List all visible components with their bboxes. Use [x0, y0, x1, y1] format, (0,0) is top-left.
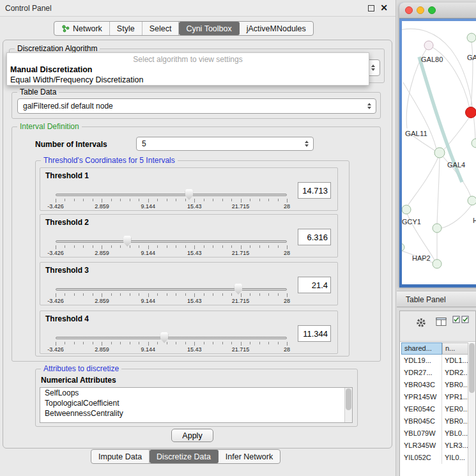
apply-button[interactable]: Apply [171, 429, 213, 442]
tab-cyni-toolbox[interactable]: Cyni Toolbox [179, 22, 239, 35]
column-header-shared-name[interactable]: shared... [401, 342, 442, 355]
zoom-traffic-icon[interactable] [428, 6, 436, 14]
network-window-titlebar[interactable] [399, 3, 476, 19]
table-data-value: galFiltered.sif default node [23, 102, 113, 111]
threshold-1-slider[interactable]: -3.4262.8599.14415.4321.71528 [56, 188, 287, 210]
table-row[interactable]: YLR345WYLR3... [401, 440, 468, 452]
table-cell: YBR0... [442, 415, 468, 427]
cyni-bottom-tabs: Impute Data Discretize Data Infer Networ… [91, 449, 280, 464]
table-header-row: shared... n... [401, 342, 470, 355]
algorithm-placeholder-option[interactable]: Select algorithm to view settings [7, 54, 369, 65]
tab-infer-network[interactable]: Infer Network [219, 450, 280, 463]
table-row[interactable]: YPR145WYPR1... [401, 391, 468, 403]
threshold-3-value-field[interactable] [298, 277, 331, 293]
tab-label: Cyni Toolbox [186, 24, 231, 33]
threshold-4-value-field[interactable] [298, 325, 331, 342]
node-right-edge[interactable] [472, 139, 476, 148]
threshold-1-box: Threshold 1 -3.4262.8599.14415.4321.7152… [40, 167, 338, 211]
threshold-3-box: Threshold 3 -3.4262.8599.14415.4321.7152… [40, 262, 338, 305]
tab-label: Discretize Data [157, 452, 211, 461]
group-title: Threshold's Coordinates for 5 Intervals [41, 156, 178, 165]
table-cell: YBR0... [442, 379, 468, 391]
node-label-gcy1: GCY1 [402, 218, 421, 226]
unselect-all-checkbox-icon[interactable] [461, 316, 469, 323]
scrollbar-thumb[interactable] [346, 388, 351, 410]
table-scrollbar[interactable] [468, 342, 475, 476]
slider-scale-labels: -3.4262.8599.14415.4321.71528 [56, 346, 287, 353]
tab-network[interactable]: Network [54, 22, 110, 35]
select-all-checkbox-icon[interactable] [452, 316, 460, 323]
table-row[interactable]: YDL19...YDL1... [401, 355, 468, 367]
network-nodes [402, 33, 476, 268]
minimize-traffic-icon[interactable] [417, 6, 424, 14]
tab-label: Select [150, 24, 172, 33]
tab-label: Infer Network [226, 452, 273, 461]
table-row[interactable]: YIL052CYIL0... [401, 452, 468, 464]
table-data-combobox[interactable]: galFiltered.sif default node [17, 98, 376, 114]
tab-label: Impute Data [98, 452, 142, 461]
algorithm-option-manual[interactable]: Manual Discretization [7, 65, 369, 75]
attribute-list-item[interactable]: SelfLoops [40, 388, 352, 398]
control-panel-tabs: Network Style Select Cyni Toolbox jActiv… [54, 21, 314, 36]
node-mid-lower[interactable] [433, 224, 441, 233]
table-toolbar [400, 311, 475, 342]
attribute-list-item[interactable]: BetweennessCentrality [40, 408, 352, 418]
list-scrollbar[interactable] [344, 388, 352, 422]
column-header-name[interactable]: n... [442, 342, 470, 355]
control-panel: Control Panel ✕ Network Style Select [0, 0, 396, 476]
tab-style[interactable]: Style [110, 22, 142, 35]
threshold-2-slider[interactable]: -3.4262.8599.14415.4321.71528 [56, 235, 287, 257]
network-canvas[interactable]: GAL80 GA GAL11 GAL4 GCY1 HAP2 H [402, 21, 476, 284]
num-intervals-value: 5 [142, 139, 146, 148]
table-cell: YLR345W [401, 440, 442, 452]
threshold-1-value-field[interactable] [298, 182, 331, 199]
slider-track [56, 240, 287, 243]
node-lower-right[interactable] [468, 196, 476, 205]
num-intervals-label: Number of Intervals [35, 140, 107, 149]
node-gal80[interactable] [424, 41, 433, 50]
close-icon[interactable]: ✕ [380, 3, 388, 13]
control-panel-titlebar: Control Panel ✕ [0, 0, 395, 17]
group-title: Attributes to discretize [41, 364, 121, 373]
node-left-edge[interactable] [402, 243, 404, 251]
numerical-attributes-list[interactable]: SelfLoopsTopologicalCoefficientBetweenne… [40, 387, 353, 423]
slider-track [56, 288, 287, 291]
table-cell: YLR3... [442, 440, 468, 452]
node-selected-red[interactable] [466, 107, 476, 118]
node-top-right[interactable] [467, 33, 476, 42]
scrollbar-thumb[interactable] [469, 343, 475, 393]
table-cell: YIL052C [401, 452, 442, 464]
table-row[interactable]: YDR27...YDR2... [401, 367, 468, 379]
tab-label: Network [73, 24, 102, 33]
threshold-3-slider[interactable]: -3.4262.8599.14415.4321.71528 [56, 283, 287, 305]
threshold-label: Threshold 2 [45, 218, 89, 227]
table-cell: YBL079W [401, 427, 442, 440]
table-row[interactable]: YER054CYER0... [401, 403, 468, 415]
tab-jactivemodules[interactable]: jActiveMNodules [240, 22, 313, 35]
node-hap2[interactable] [433, 259, 441, 268]
table-settings-gear-icon[interactable] [415, 317, 427, 328]
tab-select[interactable]: Select [142, 22, 180, 35]
slider-ticks [56, 199, 287, 203]
node-table-body: YDL19...YDL1...YDR27...YDR2...YBR043CYBR… [401, 355, 468, 476]
num-intervals-combobox[interactable]: 5 [136, 137, 314, 151]
tab-discretize-data[interactable]: Discretize Data [150, 450, 219, 463]
node-gcy1[interactable] [402, 205, 411, 214]
table-row[interactable]: YBL079WYBL0... [401, 427, 468, 440]
threshold-2-value-field[interactable] [298, 229, 331, 245]
table-row[interactable]: YBR045CYBR0... [401, 415, 468, 427]
threshold-4-slider[interactable]: -3.4262.8599.14415.4321.71528 [56, 332, 287, 353]
float-window-icon[interactable] [368, 5, 374, 12]
table-cell: YER054C [401, 403, 442, 415]
table-cell: YBR043C [401, 379, 442, 391]
close-traffic-icon[interactable] [405, 6, 413, 14]
threshold-2-box: Threshold 2 -3.4262.8599.14415.4321.7152… [40, 214, 338, 257]
table-row[interactable]: YBR043CYBR0... [401, 379, 468, 391]
tab-impute-data[interactable]: Impute Data [91, 450, 150, 463]
attribute-list-item[interactable]: TopologicalCoefficient [40, 398, 352, 408]
algorithm-option-equal-width[interactable]: Equal Width/Frequency Discretization [7, 75, 369, 85]
table-panel-header[interactable]: Table Panel [397, 291, 476, 307]
node-gal4[interactable] [434, 148, 445, 158]
table-columns-icon[interactable] [436, 317, 447, 327]
slider-ticks [56, 293, 287, 298]
